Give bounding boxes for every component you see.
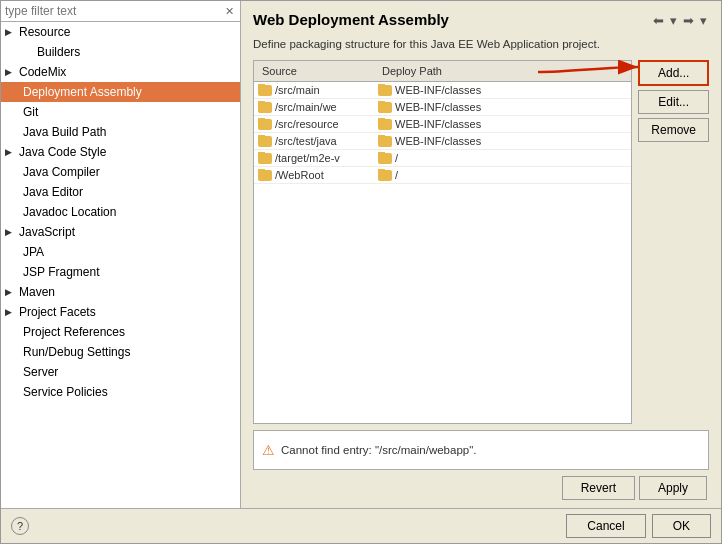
folder-icon	[258, 85, 272, 96]
table-wrapper: Source Deploy Path /src/main WEB-INF/cla…	[253, 60, 709, 424]
sidebar-item-javadoc[interactable]: Javadoc Location	[1, 202, 240, 222]
expand-icon: ▶	[5, 147, 15, 157]
footer-left: ?	[11, 517, 29, 535]
sidebar-item-label: CodeMix	[19, 65, 66, 79]
sidebar-item-java-build-path[interactable]: Java Build Path	[1, 122, 240, 142]
cell-deploy-1: WEB-INF/classes	[378, 101, 627, 113]
table-row[interactable]: /src/test/java WEB-INF/classes	[254, 133, 631, 150]
edit-button[interactable]: Edit...	[638, 90, 709, 114]
folder-icon	[378, 136, 392, 147]
dialog-content: ✕ ▶ Resource Builders ▶ CodeMix Deployme…	[1, 1, 721, 508]
sidebar-item-label: Run/Debug Settings	[23, 345, 130, 359]
sidebar-item-deployment-assembly[interactable]: Deployment Assembly	[1, 82, 240, 102]
sidebar-item-label: Java Editor	[23, 185, 83, 199]
sidebar-item-java-editor[interactable]: Java Editor	[1, 182, 240, 202]
sidebar-item-label: Java Compiler	[23, 165, 100, 179]
sidebar-item-maven[interactable]: ▶ Maven	[1, 282, 240, 302]
folder-icon	[378, 153, 392, 164]
sidebar-items: ▶ Resource Builders ▶ CodeMix Deployment…	[1, 22, 240, 508]
sidebar-item-git[interactable]: Git	[1, 102, 240, 122]
toolbar-back-dropdown[interactable]: ▾	[668, 11, 679, 30]
cell-source-3: /src/test/java	[258, 135, 378, 147]
table-row[interactable]: /src/resource WEB-INF/classes	[254, 116, 631, 133]
toolbar-back-btn[interactable]: ⬅	[651, 11, 666, 30]
sidebar-item-codemix[interactable]: ▶ CodeMix	[1, 62, 240, 82]
sidebar-item-label: Maven	[19, 285, 55, 299]
sidebar-item-label: Server	[23, 365, 58, 379]
ok-button[interactable]: OK	[652, 514, 711, 538]
toolbar-icons: ⬅ ▾ ➡ ▾	[651, 11, 709, 30]
sidebar-item-label: Project Facets	[19, 305, 96, 319]
sidebar-item-label: JPA	[23, 245, 44, 259]
sidebar-item-label: Javadoc Location	[23, 205, 116, 219]
cell-source-5: /WebRoot	[258, 169, 378, 181]
folder-icon	[378, 119, 392, 130]
filter-bar: ✕	[1, 1, 240, 22]
folder-icon	[258, 102, 272, 113]
table-row[interactable]: /target/m2e-v /	[254, 150, 631, 167]
revert-button[interactable]: Revert	[562, 476, 635, 500]
bottom-row: Revert Apply	[253, 476, 709, 500]
folder-icon	[258, 170, 272, 181]
expand-icon: ▶	[5, 27, 15, 37]
folder-icon	[258, 119, 272, 130]
warning-text: Cannot find entry: "/src/main/webapp".	[281, 444, 476, 456]
folder-icon	[378, 170, 392, 181]
sidebar-item-label: Deployment Assembly	[23, 85, 142, 99]
cell-deploy-3: WEB-INF/classes	[378, 135, 627, 147]
sidebar-item-label: Java Build Path	[23, 125, 106, 139]
expand-icon: ▶	[5, 67, 15, 77]
cancel-button[interactable]: Cancel	[566, 514, 645, 538]
cell-deploy-2: WEB-INF/classes	[378, 118, 627, 130]
sidebar-item-javascript[interactable]: ▶ JavaScript	[1, 222, 240, 242]
sidebar-item-label: JSP Fragment	[23, 265, 99, 279]
table-row[interactable]: /WebRoot /	[254, 167, 631, 184]
dialog-footer: ? Cancel OK	[1, 508, 721, 543]
panel-header: Web Deployment Assembly ⬅ ▾ ➡ ▾	[253, 11, 709, 30]
sidebar-item-label: Project References	[23, 325, 125, 339]
sidebar-item-resource[interactable]: ▶ Resource	[1, 22, 240, 42]
folder-icon	[258, 153, 272, 164]
table-header: Source Deploy Path	[254, 61, 631, 82]
sidebar-item-label: Builders	[37, 45, 80, 59]
toolbar-fwd-btn[interactable]: ➡	[681, 11, 696, 30]
folder-icon	[378, 85, 392, 96]
sidebar-item-label: Service Policies	[23, 385, 108, 399]
sidebar-item-label: Java Code Style	[19, 145, 106, 159]
table-row[interactable]: /src/main WEB-INF/classes	[254, 82, 631, 99]
table-row[interactable]: /src/main/we WEB-INF/classes	[254, 99, 631, 116]
sidebar-item-java-code-style[interactable]: ▶ Java Code Style	[1, 142, 240, 162]
expand-icon: ▶	[5, 307, 15, 317]
cell-source-4: /target/m2e-v	[258, 152, 378, 164]
sidebar-item-jsp[interactable]: JSP Fragment	[1, 262, 240, 282]
description: Define packaging structure for this Java…	[253, 36, 709, 52]
help-button[interactable]: ?	[11, 517, 29, 535]
sidebar-item-project-refs[interactable]: Project References	[1, 322, 240, 342]
toolbar-fwd-dropdown[interactable]: ▾	[698, 11, 709, 30]
cell-source-0: /src/main	[258, 84, 378, 96]
folder-icon	[378, 102, 392, 113]
filter-clear-icon[interactable]: ✕	[223, 5, 236, 18]
cell-deploy-5: /	[378, 169, 627, 181]
col-deploy-header: Deploy Path	[378, 63, 627, 79]
sidebar-item-project-facets[interactable]: ▶ Project Facets	[1, 302, 240, 322]
folder-icon	[258, 136, 272, 147]
add-button[interactable]: Add...	[638, 60, 709, 86]
sidebar-item-run-debug[interactable]: Run/Debug Settings	[1, 342, 240, 362]
filter-input[interactable]	[5, 4, 223, 18]
sidebar-item-service-policies[interactable]: Service Policies	[1, 382, 240, 402]
sidebar-item-java-compiler[interactable]: Java Compiler	[1, 162, 240, 182]
apply-button[interactable]: Apply	[639, 476, 707, 500]
cell-deploy-4: /	[378, 152, 627, 164]
dialog: ✕ ▶ Resource Builders ▶ CodeMix Deployme…	[0, 0, 722, 544]
sidebar-item-server[interactable]: Server	[1, 362, 240, 382]
cell-source-2: /src/resource	[258, 118, 378, 130]
sidebar-item-builders[interactable]: Builders	[1, 42, 240, 62]
sidebar-item-jpa[interactable]: JPA	[1, 242, 240, 262]
sidebar-item-label: Git	[23, 105, 38, 119]
footer-right: Cancel OK	[566, 514, 711, 538]
remove-button[interactable]: Remove	[638, 118, 709, 142]
table-container: Source Deploy Path /src/main WEB-INF/cla…	[253, 60, 632, 424]
main-panel: Web Deployment Assembly ⬅ ▾ ➡ ▾ Define p…	[241, 1, 721, 508]
cell-deploy-0: WEB-INF/classes	[378, 84, 627, 96]
